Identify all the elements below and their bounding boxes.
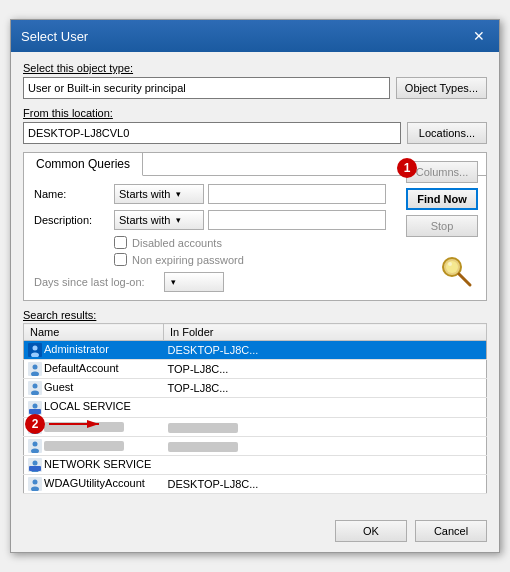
- search-results-label: Search results:: [23, 309, 487, 321]
- table-row[interactable]: NETWORK SERVICE: [24, 455, 487, 474]
- table-row[interactable]: WDAGUtilityAccountDESKTOP-LJ8C...: [24, 474, 487, 493]
- row-name: DefaultAccount: [44, 362, 119, 374]
- user-row-icon: [28, 343, 42, 357]
- days-dropdown[interactable]: ▾: [164, 272, 224, 292]
- column-folder: In Folder: [164, 324, 487, 341]
- object-type-row: Object Types...: [23, 77, 487, 99]
- search-icon-area: [438, 253, 474, 292]
- dialog-title: Select User: [21, 29, 88, 44]
- svg-rect-26: [29, 466, 41, 471]
- table-row[interactable]: DefaultAccountTOP-LJ8C...: [24, 360, 487, 379]
- row-folder: TOP-LJ8C...: [164, 379, 487, 398]
- svg-point-28: [33, 479, 38, 484]
- name-input[interactable]: [208, 184, 386, 204]
- svg-point-11: [33, 384, 38, 389]
- find-now-button[interactable]: Find Now: [406, 188, 478, 210]
- select-user-dialog: Select User ✕ Select this object type: O…: [10, 19, 500, 553]
- user-row-icon: [28, 381, 42, 395]
- svg-point-3: [448, 262, 452, 266]
- annotation-1: 1: [397, 158, 417, 178]
- row-name: LOCAL SERVICE: [44, 400, 131, 412]
- svg-point-5: [33, 346, 38, 351]
- description-dropdown[interactable]: Starts with ▾: [114, 210, 204, 230]
- svg-line-2: [459, 274, 470, 285]
- row-name: Administrator: [44, 343, 109, 355]
- dialog-body: Select this object type: Object Types...…: [11, 52, 499, 514]
- location-row: Locations...: [23, 122, 487, 144]
- cancel-button[interactable]: Cancel: [415, 520, 487, 542]
- user-row-icon: [28, 458, 42, 472]
- results-table: Name In Folder AdministratorDESKTOP-LJ8C…: [23, 323, 487, 494]
- stop-button[interactable]: Stop: [406, 215, 478, 237]
- disabled-accounts-row: Disabled accounts: [114, 236, 386, 249]
- location-field[interactable]: [23, 122, 401, 144]
- row-name: WDAGUtilityAccount: [44, 477, 145, 489]
- svg-point-1: [446, 261, 458, 273]
- location-label: From this location:: [23, 107, 487, 119]
- arrow-icon-2: [49, 414, 109, 434]
- disabled-accounts-checkbox[interactable]: [114, 236, 127, 249]
- svg-point-24: [33, 460, 38, 465]
- user-row-icon: [28, 439, 42, 453]
- description-label: Description:: [34, 214, 114, 226]
- description-row: Description: Starts with ▾: [34, 210, 386, 230]
- description-dropdown-label: Starts with: [119, 214, 170, 226]
- locations-button[interactable]: Locations...: [407, 122, 487, 144]
- annotation-circle-1: 1: [397, 158, 417, 178]
- row-name: NETWORK SERVICE: [44, 458, 151, 470]
- object-types-button[interactable]: Object Types...: [396, 77, 487, 99]
- days-label: Days since last log-on:: [34, 276, 164, 288]
- disabled-accounts-label: Disabled accounts: [132, 237, 222, 249]
- user-row-icon: [28, 362, 42, 376]
- object-type-field[interactable]: [23, 77, 390, 99]
- annotation-circle-2: 2: [25, 414, 45, 434]
- row-folder: TOP-LJ8C...: [164, 360, 487, 379]
- days-row: Days since last log-on: ▾: [34, 272, 386, 292]
- object-type-label: Select this object type:: [23, 62, 487, 74]
- svg-rect-16: [29, 409, 41, 414]
- svg-point-8: [33, 365, 38, 370]
- user-row-icon: [28, 401, 42, 415]
- column-name: Name: [24, 324, 164, 341]
- tab-common-queries[interactable]: Common Queries: [24, 153, 143, 176]
- tab-panel: Common Queries Name: Starts with ▾ Descr…: [23, 152, 487, 301]
- chevron-down-icon-3: ▾: [171, 277, 176, 287]
- name-row: Name: Starts with ▾: [34, 184, 386, 204]
- table-row[interactable]: [24, 436, 487, 455]
- row-name: Guest: [44, 381, 73, 393]
- table-row[interactable]: AdministratorDESKTOP-LJ8C...: [24, 341, 487, 360]
- bottom-buttons: OK Cancel: [11, 514, 499, 552]
- ok-button[interactable]: OK: [335, 520, 407, 542]
- search-results-section: Search results: Name In Folder Ad: [23, 309, 487, 494]
- magnifier-icon: [438, 253, 474, 289]
- row-folder: DESKTOP-LJ8C...: [164, 474, 487, 493]
- non-expiring-checkbox[interactable]: [114, 253, 127, 266]
- tab-label: Common Queries: [36, 157, 130, 171]
- row-folder: DESKTOP-LJ8C...: [164, 341, 487, 360]
- svg-point-21: [33, 441, 38, 446]
- description-input[interactable]: [208, 210, 386, 230]
- title-bar: Select User ✕: [11, 20, 499, 52]
- svg-point-14: [33, 403, 38, 408]
- table-row[interactable]: GuestTOP-LJ8C...: [24, 379, 487, 398]
- name-label: Name:: [34, 188, 114, 200]
- row-folder: [164, 455, 487, 474]
- table-header-row: Name In Folder: [24, 324, 487, 341]
- row-folder: [164, 398, 487, 417]
- annotation-2-area: 2: [25, 414, 109, 434]
- close-button[interactable]: ✕: [469, 26, 489, 46]
- user-row-icon: [28, 477, 42, 491]
- non-expiring-label: Non expiring password: [132, 254, 244, 266]
- chevron-down-icon-2: ▾: [176, 215, 181, 225]
- name-dropdown-label: Starts with: [119, 188, 170, 200]
- non-expiring-row: Non expiring password: [114, 253, 386, 266]
- name-dropdown[interactable]: Starts with ▾: [114, 184, 204, 204]
- chevron-down-icon: ▾: [176, 189, 181, 199]
